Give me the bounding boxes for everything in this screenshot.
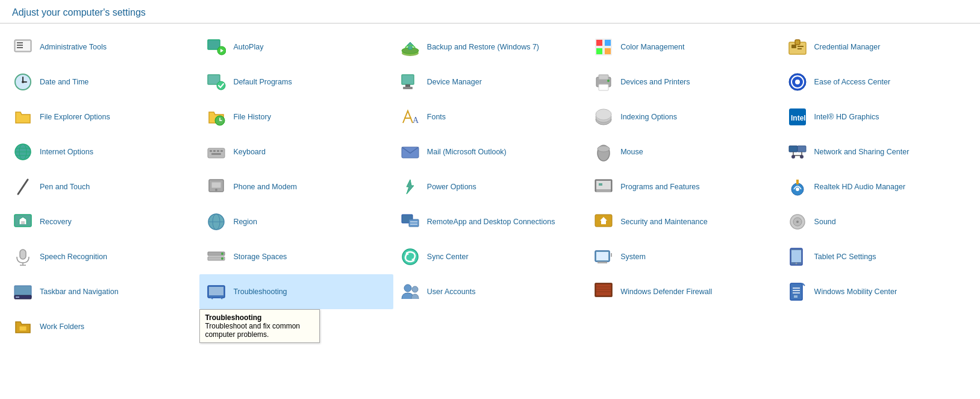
- control-item-system[interactable]: System: [587, 239, 780, 274]
- region-icon: [205, 211, 227, 233]
- control-item-recovery[interactable]: Recovery: [6, 204, 199, 239]
- svg-rect-128: [19, 326, 27, 331]
- autoplay-label: AutoPlay: [233, 42, 387, 52]
- svg-rect-103: [611, 253, 612, 257]
- work-folders-label: Work Folders: [40, 322, 193, 331]
- control-item-speech-recognition[interactable]: Speech Recognition: [6, 239, 199, 274]
- control-item-fonts[interactable]: AFonts: [393, 99, 587, 134]
- default-programs-icon: [205, 71, 227, 93]
- default-programs-label: Default Programs: [233, 77, 387, 87]
- control-item-security-maintenance[interactable]: Security and Maintenance: [587, 204, 780, 239]
- control-item-troubleshooting[interactable]: TroubleshootingTroubleshootingTroublesho…: [199, 274, 393, 309]
- keyboard-icon: [205, 141, 227, 163]
- indexing-icon: [593, 106, 614, 128]
- backup-restore-icon: [399, 36, 421, 58]
- svg-point-64: [791, 155, 795, 159]
- date-time-label: Date and Time: [40, 77, 193, 87]
- programs-features-icon: [593, 176, 614, 198]
- svg-point-115: [404, 284, 411, 292]
- control-item-date-time[interactable]: Date and Time: [6, 64, 199, 99]
- svg-rect-118: [596, 284, 611, 295]
- network-sharing-icon: [787, 141, 808, 163]
- sync-center-icon: [399, 246, 421, 268]
- svg-rect-50: [210, 150, 212, 152]
- indexing-label: Indexing Options: [620, 112, 774, 122]
- control-panel-grid: Administrative ToolsAutoPlayBackup and R…: [0, 24, 980, 350]
- control-item-sync-center[interactable]: Sync Center: [393, 239, 587, 274]
- control-item-phone-modem[interactable]: Phone and Modem: [199, 169, 393, 204]
- control-item-default-programs[interactable]: Default Programs: [199, 64, 393, 99]
- sync-center-label: Sync Center: [427, 252, 581, 262]
- control-item-file-history[interactable]: File History: [199, 99, 393, 134]
- svg-point-32: [607, 80, 610, 82]
- control-item-windows-defender[interactable]: Windows Defender Firewall: [587, 274, 780, 309]
- control-item-keyboard[interactable]: Keyboard: [199, 134, 393, 169]
- control-item-mouse[interactable]: Mouse: [587, 134, 780, 169]
- control-item-region[interactable]: Region: [199, 204, 393, 239]
- power-options-label: Power Options: [427, 182, 581, 192]
- control-item-taskbar-navigation[interactable]: Taskbar and Navigation: [6, 274, 199, 309]
- control-item-storage-spaces[interactable]: Storage Spaces: [199, 239, 393, 274]
- svg-rect-72: [596, 181, 611, 189]
- svg-rect-2: [17, 42, 23, 43]
- control-item-indexing[interactable]: Indexing Options: [587, 99, 780, 134]
- mouse-label: Mouse: [620, 147, 774, 157]
- network-sharing-label: Network and Sharing Center: [814, 147, 968, 157]
- svg-rect-77: [796, 180, 799, 184]
- intel-hd-icon: Intel: [787, 106, 808, 128]
- control-item-internet-options[interactable]: Internet Options: [6, 134, 199, 169]
- svg-rect-13: [596, 48, 602, 54]
- system-label: System: [620, 252, 774, 262]
- troubleshooting-tooltip: TroubleshootingTroubleshoot and fix comm…: [199, 309, 320, 343]
- control-item-sound[interactable]: Sound: [781, 204, 974, 239]
- programs-features-label: Programs and Features: [620, 182, 774, 192]
- phone-modem-icon: [205, 176, 227, 198]
- region-label: Region: [233, 217, 387, 227]
- control-item-devices-printers[interactable]: Devices and Printers: [587, 64, 780, 99]
- ease-access-label: Ease of Access Center: [814, 77, 968, 87]
- control-item-device-manager[interactable]: Device Manager: [393, 64, 587, 99]
- control-item-ease-access[interactable]: Ease of Access Center: [781, 64, 974, 99]
- file-explorer-label: File Explorer Options: [40, 112, 193, 122]
- control-item-mail[interactable]: Mail (Microsoft Outlook): [393, 134, 587, 169]
- control-item-color-management[interactable]: Color Management: [587, 30, 780, 64]
- svg-rect-74: [599, 183, 602, 186]
- svg-text:A: A: [413, 116, 419, 125]
- control-item-power-options[interactable]: Power Options: [393, 169, 587, 204]
- svg-text:Intel: Intel: [791, 114, 806, 122]
- control-item-intel-hd[interactable]: IntelIntel® HD Graphics: [781, 99, 974, 134]
- control-item-credential-manager[interactable]: Credential Manager: [781, 30, 974, 64]
- control-item-work-folders[interactable]: Work Folders: [6, 309, 199, 344]
- sound-label: Sound: [814, 217, 968, 227]
- power-options-icon: [399, 176, 421, 198]
- recovery-label: Recovery: [40, 217, 193, 227]
- sound-icon: [787, 211, 808, 233]
- svg-rect-11: [596, 40, 602, 46]
- control-item-user-accounts[interactable]: User Accounts: [393, 274, 587, 309]
- windows-defender-icon: [593, 281, 614, 303]
- control-item-tablet-pc[interactable]: Tablet PC Settings: [781, 239, 974, 274]
- svg-rect-51: [213, 150, 216, 152]
- svg-rect-102: [596, 252, 608, 260]
- svg-rect-54: [211, 153, 221, 155]
- control-item-file-explorer[interactable]: File Explorer Options: [6, 99, 199, 134]
- control-item-backup-restore[interactable]: Backup and Restore (Windows 7): [393, 30, 587, 64]
- troubleshooting-label: Troubleshooting: [233, 287, 387, 297]
- svg-point-116: [412, 286, 418, 292]
- credential-manager-label: Credential Manager: [814, 42, 968, 52]
- intel-hd-label: Intel® HD Graphics: [814, 112, 968, 122]
- control-item-pen-touch[interactable]: Pen and Touch: [6, 169, 199, 204]
- pen-touch-icon: [12, 176, 34, 198]
- control-item-remoteapp[interactable]: RemoteApp and Desktop Connections: [393, 204, 587, 239]
- control-item-programs-features[interactable]: Programs and Features: [587, 169, 780, 204]
- control-item-windows-mobility[interactable]: Windows Mobility Center: [781, 274, 974, 309]
- file-history-label: File History: [233, 112, 387, 122]
- control-item-autoplay[interactable]: AutoPlay: [199, 30, 393, 64]
- keyboard-label: Keyboard: [233, 147, 387, 157]
- svg-rect-60: [797, 146, 806, 152]
- pen-touch-label: Pen and Touch: [40, 182, 193, 192]
- mail-icon: [399, 141, 421, 163]
- control-item-realtek[interactable]: Realtek HD Audio Manager: [781, 169, 974, 204]
- control-item-network-sharing[interactable]: Network and Sharing Center: [781, 134, 974, 169]
- control-item-administrative-tools[interactable]: Administrative Tools: [6, 30, 199, 64]
